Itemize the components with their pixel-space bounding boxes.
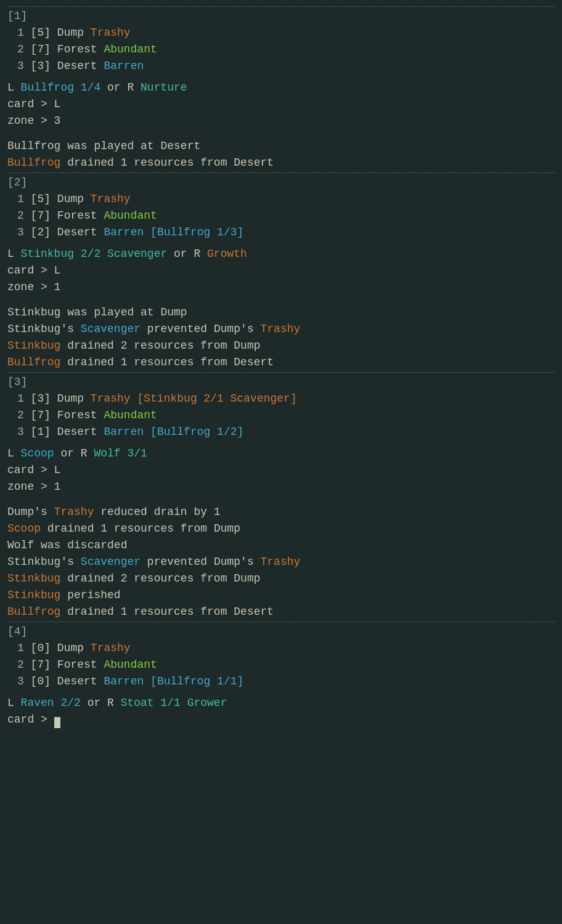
event-line: Stinkbug's Scavenger prevented Dump's Tr… [7, 554, 555, 570]
zone-target-line: zone > 3 [7, 113, 555, 129]
zone-line: 1 [5] Dump Trashy [7, 25, 555, 41]
event-line: Bullfrog drained 1 resources from Desert [7, 354, 555, 371]
zone-target-line: zone > 1 [7, 279, 555, 296]
cursor [54, 717, 60, 728]
event-line: Stinkbug perished [7, 587, 555, 604]
zone-line: 3 [3] Desert Barren [7, 58, 555, 75]
event-line: Stinkbug drained 2 resources from Dump [7, 570, 555, 587]
choice-line: L Raven 2/2 or R Stoat 1/1 Grower [7, 695, 555, 711]
event-line: Bullfrog drained 1 resources from Desert [7, 155, 555, 171]
section-header: [2] [7, 172, 555, 191]
zone-line: 2 [7] Forest Abundant [7, 407, 555, 424]
choice-line: L Stinkbug 2/2 Scavenger or R Growth [7, 246, 555, 262]
zone-line: 2 [7] Forest Abundant [7, 208, 555, 224]
zone-line: 3 [0] Desert Barren [Bullfrog 1/1] [7, 673, 555, 690]
zone-line: 1 [3] Dump Trashy [Stinkbug 2/1 Scavenge… [7, 391, 555, 407]
card-target-line: card > L [7, 96, 555, 113]
card-target-line: card > [7, 711, 555, 728]
zone-line: 1 [0] Dump Trashy [7, 640, 555, 657]
section-header: [3] [7, 372, 555, 391]
card-target-line: card > L [7, 462, 555, 479]
event-line: Stinkbug's Scavenger prevented Dump's Tr… [7, 321, 555, 338]
event-line: Bullfrog was played at Desert [7, 138, 555, 155]
event-line: Wolf was discarded [7, 537, 555, 554]
zone-target-line: zone > 1 [7, 479, 555, 495]
event-line: Scoop drained 1 resources from Dump [7, 521, 555, 537]
event-line: Dump's Trashy reduced drain by 1 [7, 504, 555, 521]
zone-line: 2 [7] Forest Abundant [7, 657, 555, 673]
terminal-output: [1]1 [5] Dump Trashy2 [7] Forest Abundan… [7, 6, 555, 737]
event-line: Stinkbug was played at Dump [7, 304, 555, 321]
event-line: Stinkbug drained 2 resources from Dump [7, 338, 555, 354]
section-header: [1] [7, 6, 555, 25]
card-target-line: card > L [7, 262, 555, 279]
zone-line: 2 [7] Forest Abundant [7, 41, 555, 58]
zone-line: 3 [2] Desert Barren [Bullfrog 1/3] [7, 224, 555, 241]
event-line: Bullfrog drained 1 resources from Desert [7, 604, 555, 620]
zone-line: 3 [1] Desert Barren [Bullfrog 1/2] [7, 424, 555, 440]
zone-line: 1 [5] Dump Trashy [7, 191, 555, 208]
section-header: [4] [7, 622, 555, 640]
choice-line: L Scoop or R Wolf 3/1 [7, 445, 555, 462]
choice-line: L Bullfrog 1/4 or R Nurture [7, 79, 555, 96]
